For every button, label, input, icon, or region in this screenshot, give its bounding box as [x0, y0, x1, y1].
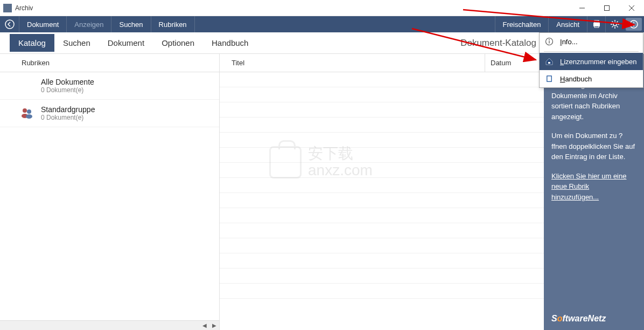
- rubrik-count: 0 Dokument(e): [41, 86, 94, 94]
- svg-line-15: [612, 26, 613, 28]
- svg-point-25: [549, 39, 550, 40]
- rubrik-name: Standardgruppe: [41, 105, 95, 114]
- list-row[interactable]: [220, 118, 544, 133]
- toolbar-suchen[interactable]: Suchen: [111, 16, 151, 32]
- window-controls: [570, 0, 644, 16]
- help-paragraph-2: Um ein Dokument zu ?ffnen doppelklicken …: [551, 130, 636, 162]
- svg-point-8: [613, 23, 617, 26]
- rubrik-standardgruppe[interactable]: Standardgruppe 0 Dokument(e): [0, 100, 219, 127]
- tab-optionen[interactable]: Optionen: [153, 34, 203, 52]
- dropdown-lizenznummer[interactable]: Lizenznummer eingeben: [540, 53, 643, 70]
- list-row[interactable]: [220, 102, 544, 118]
- list-row[interactable]: [220, 87, 544, 102]
- dropdown-label: Handbuch: [560, 75, 592, 83]
- rubrik-count: 0 Dokument(e): [41, 114, 95, 121]
- dropdown-label: Lizenznummer eingeben: [560, 58, 636, 66]
- dropdown-info[interactable]: Info...: [540, 33, 643, 50]
- rubrik-alle-dokumente[interactable]: Alle Dokumente 0 Dokument(e): [0, 72, 219, 100]
- list-row[interactable]: [220, 163, 544, 178]
- svg-rect-1: [605, 6, 610, 11]
- people-icon: [19, 105, 34, 120]
- svg-point-21: [27, 109, 31, 114]
- license-icon: [544, 56, 555, 67]
- app-icon: [3, 4, 12, 12]
- col-titel[interactable]: Titel: [220, 54, 485, 72]
- main-toolbar: Dokument Anzeigen Suchen Rubriken Freisc…: [0, 16, 644, 32]
- list-body[interactable]: [220, 72, 544, 330]
- blank-icon: [19, 78, 34, 93]
- info-button[interactable]: [626, 18, 642, 31]
- toolbar-anzeigen[interactable]: Anzeigen: [67, 16, 111, 32]
- svg-line-16: [617, 22, 618, 23]
- info-icon: [544, 36, 555, 47]
- svg-line-13: [612, 22, 613, 23]
- list-row[interactable]: [220, 253, 544, 269]
- svg-rect-27: [548, 62, 550, 64]
- toolbar-dokument[interactable]: Dokument: [19, 16, 67, 32]
- list-row[interactable]: [220, 284, 544, 299]
- list-headers: Titel Datum: [220, 54, 544, 72]
- list-row[interactable]: [220, 72, 544, 87]
- back-button[interactable]: [0, 16, 19, 32]
- content-area: Rubriken Alle Dokumente 0 Dokument(e) St…: [0, 54, 644, 330]
- svg-point-18: [633, 22, 634, 23]
- book-icon: [544, 73, 555, 84]
- toolbar-rubriken[interactable]: Rubriken: [151, 16, 195, 32]
- document-list: Titel Datum: [220, 54, 544, 330]
- scroll-right-icon[interactable]: ▶: [209, 321, 219, 331]
- minimize-button[interactable]: [570, 0, 594, 16]
- rubriken-sidebar: Rubriken Alle Dokumente 0 Dokument(e) St…: [0, 54, 220, 330]
- tab-katalog[interactable]: Katalog: [10, 34, 54, 52]
- col-datum[interactable]: Datum: [485, 54, 544, 72]
- gear-button[interactable]: [605, 16, 624, 32]
- svg-point-23: [26, 114, 32, 119]
- svg-point-20: [23, 108, 27, 113]
- list-row[interactable]: [220, 148, 544, 163]
- tab-handbuch[interactable]: Handbuch: [203, 34, 257, 52]
- titlebar: Archiv: [0, 0, 644, 16]
- list-row[interactable]: [220, 193, 544, 208]
- page-title: Dokument-Katalog: [460, 38, 536, 49]
- list-row[interactable]: [220, 238, 544, 253]
- list-row[interactable]: [220, 178, 544, 193]
- maximize-button[interactable]: [594, 0, 619, 16]
- svg-line-14: [617, 26, 618, 28]
- svg-rect-29: [548, 77, 551, 81]
- tab-suchen[interactable]: Suchen: [54, 34, 99, 52]
- dropdown-handbuch[interactable]: Handbuch: [540, 70, 643, 87]
- sidebar-hscrollbar[interactable]: ◀ ▶: [0, 320, 219, 330]
- rubrik-name: Alle Dokumente: [41, 78, 94, 86]
- info-dropdown: Info... Lizenznummer eingeben Handbuch: [539, 32, 643, 88]
- print-button[interactable]: [587, 16, 605, 32]
- list-row[interactable]: [220, 133, 544, 148]
- list-row[interactable]: [220, 223, 544, 238]
- list-row[interactable]: [220, 269, 544, 284]
- svg-rect-6: [594, 20, 599, 23]
- scroll-left-icon[interactable]: ◀: [200, 321, 209, 331]
- window-title: Archiv: [15, 4, 33, 12]
- list-row[interactable]: [220, 208, 544, 223]
- help-panel: Katalog Im Katalog werden alle Dokumente…: [544, 54, 644, 330]
- toolbar-ansicht[interactable]: Ansicht: [548, 16, 587, 32]
- tab-dokument[interactable]: Dokument: [99, 34, 153, 52]
- dropdown-label: Info...: [560, 38, 578, 46]
- rubriken-header[interactable]: Rubriken: [0, 54, 219, 72]
- help-link-add-rubrik[interactable]: Klicken Sie hier um eine neue Rubrik hin…: [551, 172, 626, 201]
- close-button[interactable]: [619, 0, 644, 16]
- dropdown-separator: [544, 51, 639, 52]
- svg-point-4: [5, 20, 14, 29]
- toolbar-freischalten[interactable]: Freischalten: [495, 16, 549, 32]
- brand-logo: SoftwareNetz: [551, 314, 606, 324]
